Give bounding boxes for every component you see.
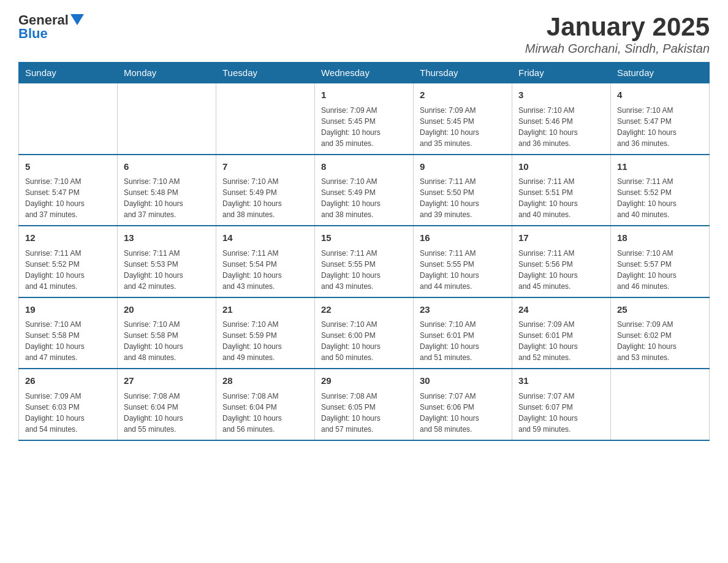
day-info: Sunrise: 7:11 AM Sunset: 5:55 PM Dayligh… xyxy=(420,248,506,292)
calendar-cell: 30Sunrise: 7:07 AM Sunset: 6:06 PM Dayli… xyxy=(414,369,512,440)
day-info: Sunrise: 7:08 AM Sunset: 6:05 PM Dayligh… xyxy=(321,391,407,435)
day-info: Sunrise: 7:10 AM Sunset: 5:47 PM Dayligh… xyxy=(25,176,111,220)
week-row-4: 19Sunrise: 7:10 AM Sunset: 5:58 PM Dayli… xyxy=(19,297,710,369)
day-number: 11 xyxy=(617,160,703,174)
day-number: 27 xyxy=(124,374,210,388)
header-cell-monday: Monday xyxy=(118,63,216,83)
day-number: 29 xyxy=(321,374,407,388)
day-number: 26 xyxy=(25,374,111,388)
day-info: Sunrise: 7:09 AM Sunset: 6:02 PM Dayligh… xyxy=(617,319,703,363)
calendar-cell: 21Sunrise: 7:10 AM Sunset: 5:59 PM Dayli… xyxy=(216,297,315,369)
calendar-cell: 31Sunrise: 7:07 AM Sunset: 6:07 PM Dayli… xyxy=(512,369,611,440)
calendar-cell: 11Sunrise: 7:11 AM Sunset: 5:52 PM Dayli… xyxy=(611,155,710,226)
day-info: Sunrise: 7:10 AM Sunset: 5:59 PM Dayligh… xyxy=(222,319,308,363)
day-info: Sunrise: 7:10 AM Sunset: 5:58 PM Dayligh… xyxy=(124,319,210,363)
calendar-subtitle: Mirwah Gorchani, Sindh, Pakistan xyxy=(525,42,710,56)
day-info: Sunrise: 7:10 AM Sunset: 5:49 PM Dayligh… xyxy=(321,176,407,220)
day-info: Sunrise: 7:11 AM Sunset: 5:50 PM Dayligh… xyxy=(420,176,506,220)
header-cell-thursday: Thursday xyxy=(414,63,512,83)
day-info: Sunrise: 7:11 AM Sunset: 5:53 PM Dayligh… xyxy=(124,248,210,292)
calendar-cell: 6Sunrise: 7:10 AM Sunset: 5:48 PM Daylig… xyxy=(118,155,216,226)
day-info: Sunrise: 7:11 AM Sunset: 5:56 PM Dayligh… xyxy=(518,248,604,292)
day-info: Sunrise: 7:07 AM Sunset: 6:07 PM Dayligh… xyxy=(518,391,604,435)
week-row-2: 5Sunrise: 7:10 AM Sunset: 5:47 PM Daylig… xyxy=(19,155,710,226)
calendar-cell: 18Sunrise: 7:10 AM Sunset: 5:57 PM Dayli… xyxy=(611,226,710,297)
calendar-cell: 13Sunrise: 7:11 AM Sunset: 5:53 PM Dayli… xyxy=(118,226,216,297)
calendar-cell: 7Sunrise: 7:10 AM Sunset: 5:49 PM Daylig… xyxy=(216,155,315,226)
day-info: Sunrise: 7:07 AM Sunset: 6:06 PM Dayligh… xyxy=(420,391,506,435)
day-info: Sunrise: 7:11 AM Sunset: 5:52 PM Dayligh… xyxy=(25,248,111,292)
day-info: Sunrise: 7:11 AM Sunset: 5:51 PM Dayligh… xyxy=(518,176,604,220)
calendar-table: SundayMondayTuesdayWednesdayThursdayFrid… xyxy=(18,62,710,441)
day-info: Sunrise: 7:08 AM Sunset: 6:04 PM Dayligh… xyxy=(222,391,308,435)
calendar-cell: 9Sunrise: 7:11 AM Sunset: 5:50 PM Daylig… xyxy=(414,155,512,226)
calendar-cell: 15Sunrise: 7:11 AM Sunset: 5:55 PM Dayli… xyxy=(315,226,414,297)
logo-triangle-icon xyxy=(70,14,84,25)
calendar-cell: 27Sunrise: 7:08 AM Sunset: 6:04 PM Dayli… xyxy=(118,369,216,440)
logo-blue-text: Blue xyxy=(18,26,48,42)
calendar-cell: 12Sunrise: 7:11 AM Sunset: 5:52 PM Dayli… xyxy=(19,226,118,297)
header-row: SundayMondayTuesdayWednesdayThursdayFrid… xyxy=(19,63,710,83)
calendar-cell: 5Sunrise: 7:10 AM Sunset: 5:47 PM Daylig… xyxy=(19,155,118,226)
calendar-cell: 23Sunrise: 7:10 AM Sunset: 6:01 PM Dayli… xyxy=(414,297,512,369)
calendar-cell: 2Sunrise: 7:09 AM Sunset: 5:45 PM Daylig… xyxy=(414,83,512,155)
day-number: 18 xyxy=(617,231,703,245)
calendar-cell: 8Sunrise: 7:10 AM Sunset: 5:49 PM Daylig… xyxy=(315,155,414,226)
week-row-5: 26Sunrise: 7:09 AM Sunset: 6:03 PM Dayli… xyxy=(19,369,710,440)
calendar-cell: 17Sunrise: 7:11 AM Sunset: 5:56 PM Dayli… xyxy=(512,226,611,297)
day-number: 24 xyxy=(518,303,604,317)
day-info: Sunrise: 7:09 AM Sunset: 5:45 PM Dayligh… xyxy=(321,105,407,149)
day-info: Sunrise: 7:08 AM Sunset: 6:04 PM Dayligh… xyxy=(124,391,210,435)
day-number: 16 xyxy=(420,231,506,245)
day-info: Sunrise: 7:10 AM Sunset: 5:57 PM Dayligh… xyxy=(617,248,703,292)
day-number: 13 xyxy=(124,231,210,245)
day-info: Sunrise: 7:09 AM Sunset: 5:45 PM Dayligh… xyxy=(420,105,506,149)
day-number: 21 xyxy=(222,303,308,317)
day-number: 28 xyxy=(222,374,308,388)
calendar-cell: 19Sunrise: 7:10 AM Sunset: 5:58 PM Dayli… xyxy=(19,297,118,369)
calendar-cell xyxy=(118,83,216,155)
svg-marker-0 xyxy=(70,14,84,25)
calendar-cell: 10Sunrise: 7:11 AM Sunset: 5:51 PM Dayli… xyxy=(512,155,611,226)
day-number: 31 xyxy=(518,374,604,388)
day-number: 22 xyxy=(321,303,407,317)
title-section: January 2025 Mirwah Gorchani, Sindh, Pak… xyxy=(525,12,710,56)
week-row-1: 1Sunrise: 7:09 AM Sunset: 5:45 PM Daylig… xyxy=(19,83,710,155)
day-info: Sunrise: 7:09 AM Sunset: 6:01 PM Dayligh… xyxy=(518,319,604,363)
day-number: 14 xyxy=(222,231,308,245)
day-number: 23 xyxy=(420,303,506,317)
logo: General Blue xyxy=(18,12,84,42)
calendar-cell: 20Sunrise: 7:10 AM Sunset: 5:58 PM Dayli… xyxy=(118,297,216,369)
day-info: Sunrise: 7:11 AM Sunset: 5:55 PM Dayligh… xyxy=(321,248,407,292)
day-number: 25 xyxy=(617,303,703,317)
day-info: Sunrise: 7:11 AM Sunset: 5:52 PM Dayligh… xyxy=(617,176,703,220)
day-number: 9 xyxy=(420,160,506,174)
calendar-cell: 3Sunrise: 7:10 AM Sunset: 5:46 PM Daylig… xyxy=(512,83,611,155)
calendar-cell: 29Sunrise: 7:08 AM Sunset: 6:05 PM Dayli… xyxy=(315,369,414,440)
calendar-cell xyxy=(216,83,315,155)
header-cell-sunday: Sunday xyxy=(19,63,118,83)
day-info: Sunrise: 7:10 AM Sunset: 5:46 PM Dayligh… xyxy=(518,105,604,149)
day-number: 19 xyxy=(25,303,111,317)
calendar-cell xyxy=(19,83,118,155)
calendar-cell: 24Sunrise: 7:09 AM Sunset: 6:01 PM Dayli… xyxy=(512,297,611,369)
day-info: Sunrise: 7:10 AM Sunset: 6:00 PM Dayligh… xyxy=(321,319,407,363)
header-cell-saturday: Saturday xyxy=(611,63,710,83)
calendar-cell: 14Sunrise: 7:11 AM Sunset: 5:54 PM Dayli… xyxy=(216,226,315,297)
day-number: 1 xyxy=(321,88,407,102)
day-info: Sunrise: 7:11 AM Sunset: 5:54 PM Dayligh… xyxy=(222,248,308,292)
day-number: 3 xyxy=(518,88,604,102)
calendar-cell: 1Sunrise: 7:09 AM Sunset: 5:45 PM Daylig… xyxy=(315,83,414,155)
day-number: 17 xyxy=(518,231,604,245)
day-number: 7 xyxy=(222,160,308,174)
day-number: 5 xyxy=(25,160,111,174)
header-cell-wednesday: Wednesday xyxy=(315,63,414,83)
day-info: Sunrise: 7:10 AM Sunset: 5:49 PM Dayligh… xyxy=(222,176,308,220)
logo-block: General Blue xyxy=(18,12,84,42)
day-info: Sunrise: 7:09 AM Sunset: 6:03 PM Dayligh… xyxy=(25,391,111,435)
calendar-cell: 26Sunrise: 7:09 AM Sunset: 6:03 PM Dayli… xyxy=(19,369,118,440)
day-number: 30 xyxy=(420,374,506,388)
header-cell-friday: Friday xyxy=(512,63,611,83)
calendar-cell: 28Sunrise: 7:08 AM Sunset: 6:04 PM Dayli… xyxy=(216,369,315,440)
day-number: 20 xyxy=(124,303,210,317)
